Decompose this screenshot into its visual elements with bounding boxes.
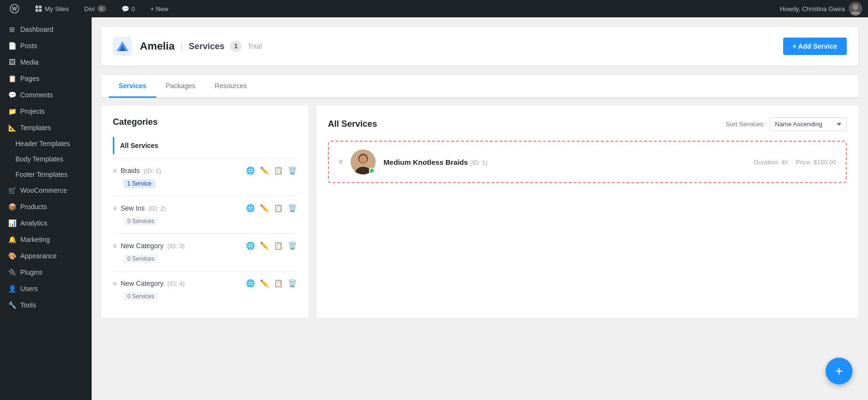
sidebar-label-footer-templates: Footer Templates [15,171,68,178]
drag-handle-braids[interactable]: ≡ [113,167,117,174]
adminbar-right: Howdy, Christina Gwira [780,2,862,15]
howdy-text: Howdy, Christina Gwira [780,5,845,13]
tab-resources[interactable]: Resources [205,75,257,98]
service-drag-handle[interactable]: ≡ [339,158,343,166]
sidebar-item-comments[interactable]: 💬 Comments [0,87,92,103]
comments-nav-icon: 💬 [8,91,16,99]
title-divider: | [180,41,183,52]
sidebar-item-appearance[interactable]: 🎨 Appearance [0,248,92,264]
projects-icon: 📁 [8,107,16,116]
category-row-4: ≡ New Category (ID: 4) 🌐 ✏️ 📋 🗑️ 0 Servi… [113,273,297,307]
sidebar-item-woocommerce[interactable]: 🛒 WooCommerce [0,182,92,199]
sidebar-item-marketing[interactable]: 🔔 Marketing [0,231,92,248]
service-card: ≡ M [328,141,847,183]
divi-label: Divi [84,5,95,13]
drag-handle-3[interactable]: ≡ [113,242,117,250]
sort-select[interactable]: Name Ascending Name Descending Price Asc… [770,117,847,131]
sidebar-label-body-templates: Body Templates [15,155,63,163]
all-services-title: All Services [328,119,377,129]
sidebar-item-media[interactable]: 🖼 Media [0,54,92,70]
categories-title: Categories [113,117,297,127]
templates-icon: 📐 [8,123,16,132]
delete-icon-4[interactable]: 🗑️ [288,279,297,288]
page-header-card: Amelia | Services 1 Total + Add Service [101,27,858,66]
category-row-3: ≡ New Category (ID: 3) 🌐 ✏️ 📋 🗑️ 0 Servi… [113,236,297,269]
total-label: Total [247,42,262,50]
delete-icon-braids[interactable]: 🗑️ [288,166,297,175]
sidebar-item-templates[interactable]: 📐 Templates [0,120,92,136]
services-badge-3: 0 Services [123,254,158,263]
sidebar-item-tools[interactable]: 🔧 Tools [0,297,92,313]
sidebar-item-users[interactable]: 👤 Users [0,280,92,297]
sidebar-item-header-templates[interactable]: Header Templates [0,136,92,151]
tab-packages[interactable]: Packages [156,75,205,98]
fab-button[interactable]: + [826,358,853,385]
drag-handle-4[interactable]: ≡ [113,280,117,287]
page-title-section: Amelia | Services 1 Total [140,40,262,53]
comments-menu[interactable]: 💬 0 [118,0,139,17]
globe-icon-sew-ins[interactable]: 🌐 [246,204,255,213]
service-name: Medium Knotless Braids (ID: 1) [383,158,746,166]
category-name-4: New Category [121,280,163,287]
all-services-link[interactable]: All Services [113,137,297,154]
sort-label: Sort Services: [726,120,765,128]
divi-menu[interactable]: Divi 6 [81,0,110,17]
sidebar-item-products[interactable]: 📦 Products [0,199,92,215]
sidebar-label-templates: Templates [20,124,51,132]
comments-icon: 💬 [122,5,129,13]
sidebar-label-dashboard: Dashboard [20,26,54,33]
category-actions-sew-ins: 🌐 ✏️ 📋 🗑️ [246,204,297,213]
sidebar-item-projects[interactable]: 📁 Projects [0,103,92,120]
page-title: Amelia [140,40,175,53]
edit-icon-braids[interactable]: ✏️ [260,166,269,175]
sidebar-item-posts[interactable]: 📄 Posts [0,38,92,54]
my-sites-label: My Sites [45,5,69,13]
admin-bar: W My Sites Divi 6 💬 0 + New Howdy, Chris… [0,0,868,17]
category-id-braids: (ID: 1) [144,167,161,174]
svg-point-6 [853,4,858,10]
new-label: + New [150,5,168,13]
all-services-header: All Services Sort Services: Name Ascendi… [328,117,847,131]
new-menu[interactable]: + New [147,0,172,17]
edit-icon-4[interactable]: ✏️ [260,279,269,288]
sidebar-item-footer-templates[interactable]: Footer Templates [0,167,92,182]
copy-icon-sew-ins[interactable]: 📋 [274,204,283,213]
globe-icon-4[interactable]: 🌐 [246,279,255,288]
sidebar-item-plugins[interactable]: 🔌 Plugins [0,264,92,280]
sidebar-label-marketing: Marketing [20,236,50,243]
category-id-3: (ID: 3) [167,242,185,250]
sidebar-label-products: Products [20,203,47,211]
drag-handle-sew-ins[interactable]: ≡ [113,204,117,212]
marketing-icon: 🔔 [8,235,16,244]
sidebar: ⊞ Dashboard 📄 Posts 🖼 Media 📋 Pages 💬 Co… [0,17,92,400]
copy-icon-3[interactable]: 📋 [274,241,283,250]
my-sites-menu[interactable]: My Sites [31,0,73,17]
category-name-sew-ins: Sew Ins [121,204,145,212]
category-row-sew-ins: ≡ Sew Ins (ID: 2) 🌐 ✏️ 📋 🗑️ 0 Services [113,198,297,231]
delete-icon-sew-ins[interactable]: 🗑️ [288,204,297,213]
category-name-braids: Braids [121,167,140,174]
tab-services[interactable]: Services [109,75,156,98]
sidebar-item-dashboard[interactable]: ⊞ Dashboard [0,21,92,38]
globe-icon-3[interactable]: 🌐 [246,241,255,250]
add-service-button[interactable]: + Add Service [783,38,847,55]
sidebar-item-body-templates[interactable]: Body Templates [0,151,92,167]
sidebar-label-comments: Comments [20,91,53,99]
delete-icon-3[interactable]: 🗑️ [288,241,297,250]
wp-logo[interactable]: W [6,0,23,17]
category-id-sew-ins: (ID: 2) [149,205,166,212]
copy-icon-braids[interactable]: 📋 [274,166,283,175]
svg-rect-4 [36,9,39,12]
edit-icon-sew-ins[interactable]: ✏️ [260,204,269,213]
services-heading: Services [189,41,224,52]
sidebar-label-projects: Projects [20,107,45,115]
sidebar-item-analytics[interactable]: 📊 Analytics [0,215,92,231]
copy-icon-4[interactable]: 📋 [274,279,283,288]
category-top-4: ≡ New Category (ID: 4) 🌐 ✏️ 📋 🗑️ [113,279,297,288]
sidebar-item-pages[interactable]: 📋 Pages [0,70,92,87]
edit-icon-3[interactable]: ✏️ [260,241,269,250]
service-duration: Duration: 4h [754,159,788,166]
globe-icon-braids[interactable]: 🌐 [246,166,255,175]
posts-icon: 📄 [8,41,16,50]
category-actions-braids: 🌐 ✏️ 📋 🗑️ [246,166,297,175]
